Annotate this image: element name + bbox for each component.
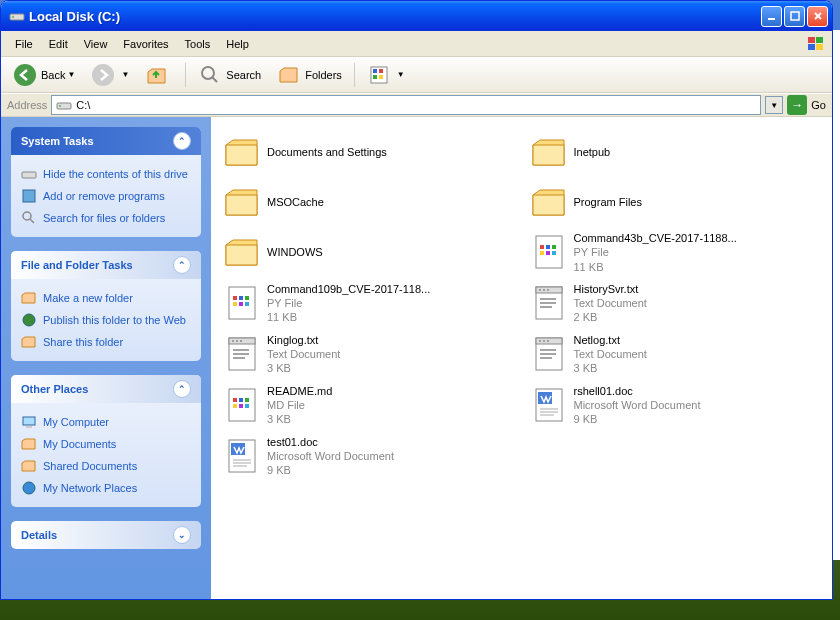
file-item[interactable]: Documents and Settings — [219, 129, 518, 175]
window-title: Local Disk (C:) — [29, 9, 759, 24]
file-size-label: 11 KB — [574, 260, 737, 274]
folder-icon — [221, 181, 263, 223]
file-item[interactable]: WINDOWS — [219, 229, 518, 276]
menu-help[interactable]: Help — [218, 35, 257, 53]
minimize-button[interactable] — [761, 6, 782, 27]
txt-icon — [528, 333, 570, 375]
file-name: README.md — [267, 384, 332, 398]
file-item[interactable]: Netlog.txtText Document3 KB — [526, 331, 825, 378]
system-tasks-header[interactable]: System Tasks ⌃ — [11, 127, 201, 155]
go-button[interactable]: → — [787, 95, 807, 115]
back-button[interactable]: Back ▼ — [7, 61, 81, 89]
file-item[interactable]: Program Files — [526, 179, 825, 225]
svg-rect-28 — [552, 245, 556, 249]
panel-title: Details — [21, 529, 57, 541]
file-item[interactable]: Kinglog.txtText Document3 KB — [219, 331, 518, 378]
toolbar: Back ▼ ▼ Search Folders ▼ — [1, 57, 832, 93]
views-button[interactable]: ▼ — [361, 61, 411, 89]
file-size-label: 3 KB — [267, 361, 340, 375]
menu-edit[interactable]: Edit — [41, 35, 76, 53]
svg-point-1 — [12, 16, 14, 18]
svg-rect-4 — [808, 37, 815, 43]
svg-rect-33 — [233, 296, 237, 300]
svg-rect-34 — [239, 296, 243, 300]
up-button[interactable] — [139, 61, 179, 89]
menu-favorites[interactable]: Favorites — [115, 35, 176, 53]
address-value: C:\ — [76, 99, 90, 111]
file-item[interactable]: test01.docMicrosoft Word Document9 KB — [219, 433, 518, 480]
hide-contents-link[interactable]: Hide the contents of this drive — [21, 163, 191, 185]
file-name: Kinglog.txt — [267, 333, 340, 347]
my-computer-link[interactable]: My Computer — [21, 411, 191, 433]
folder-up-icon — [145, 63, 169, 87]
file-size-label: 9 KB — [574, 412, 701, 426]
toolbar-separator — [354, 63, 355, 87]
doc-icon — [221, 435, 263, 477]
svg-rect-31 — [552, 251, 556, 255]
file-name: Documents and Settings — [267, 145, 387, 159]
search-files-link[interactable]: Search for files or folders — [21, 207, 191, 229]
forward-button[interactable]: ▼ — [85, 61, 135, 89]
my-documents-link[interactable]: My Documents — [21, 433, 191, 455]
file-item[interactable]: rshell01.docMicrosoft Word Document9 KB — [526, 382, 825, 429]
programs-icon — [21, 188, 37, 204]
svg-point-20 — [23, 212, 31, 220]
file-name: test01.doc — [267, 435, 394, 449]
other-places-header[interactable]: Other Places ⌃ — [11, 375, 201, 403]
my-network-places-link[interactable]: My Network Places — [21, 477, 191, 499]
svg-rect-57 — [245, 398, 249, 402]
file-item[interactable]: MSOCache — [219, 179, 518, 225]
network-icon — [21, 480, 37, 496]
svg-point-9 — [92, 64, 114, 86]
folder-icon — [528, 181, 570, 223]
svg-rect-19 — [23, 190, 35, 202]
file-folder-tasks-header[interactable]: File and Folder Tasks ⌃ — [11, 251, 201, 279]
address-input[interactable]: C:\ — [51, 95, 761, 115]
folders-button[interactable]: Folders — [271, 61, 348, 89]
file-name: HistorySvr.txt — [574, 282, 647, 296]
file-name: rshell01.doc — [574, 384, 701, 398]
svg-rect-26 — [540, 245, 544, 249]
file-name: MSOCache — [267, 195, 324, 209]
maximize-button[interactable] — [784, 6, 805, 27]
titlebar[interactable]: Local Disk (C:) — [1, 1, 832, 31]
details-header[interactable]: Details ⌄ — [11, 521, 201, 549]
menu-view[interactable]: View — [76, 35, 116, 53]
add-remove-programs-link[interactable]: Add or remove programs — [21, 185, 191, 207]
chevron-down-icon: ▼ — [121, 70, 129, 79]
folders-icon — [277, 63, 301, 87]
svg-rect-58 — [233, 404, 237, 408]
computer-icon — [21, 414, 37, 430]
file-item[interactable]: Command43b_CVE-2017-1188...PY File11 KB — [526, 229, 825, 276]
txt-icon — [221, 333, 263, 375]
address-dropdown[interactable]: ▼ — [765, 96, 783, 114]
shared-documents-link[interactable]: Shared Documents — [21, 455, 191, 477]
py-icon — [528, 231, 570, 273]
file-item[interactable]: Command109b_CVE-2017-118...PY File11 KB — [219, 280, 518, 327]
drive-icon — [21, 166, 37, 182]
search-button[interactable]: Search — [192, 61, 267, 89]
menu-file[interactable]: File — [7, 35, 41, 53]
file-size-label: 3 KB — [574, 361, 647, 375]
publish-web-link[interactable]: Publish this folder to the Web — [21, 309, 191, 331]
svg-rect-14 — [373, 75, 377, 79]
svg-rect-18 — [22, 172, 36, 178]
file-info: MSOCache — [267, 195, 324, 209]
svg-point-21 — [23, 314, 35, 326]
share-folder-link[interactable]: Share this folder — [21, 331, 191, 353]
make-new-folder-link[interactable]: Make a new folder — [21, 287, 191, 309]
close-button[interactable] — [807, 6, 828, 27]
other-places-panel: Other Places ⌃ My Computer My Documents … — [11, 375, 201, 507]
addressbar: Address C:\ ▼ → Go — [1, 93, 832, 117]
file-size-label: 3 KB — [267, 412, 332, 426]
menu-tools[interactable]: Tools — [177, 35, 219, 53]
svg-rect-6 — [808, 44, 815, 50]
file-item[interactable]: Inetpub — [526, 129, 825, 175]
file-item[interactable]: HistorySvr.txtText Document2 KB — [526, 280, 825, 327]
svg-rect-38 — [245, 302, 249, 306]
file-name: Inetpub — [574, 145, 611, 159]
file-view[interactable]: Documents and SettingsInetpubMSOCachePro… — [211, 117, 832, 599]
folder-icon — [528, 131, 570, 173]
file-item[interactable]: README.mdMD File3 KB — [219, 382, 518, 429]
folder-icon — [221, 231, 263, 273]
